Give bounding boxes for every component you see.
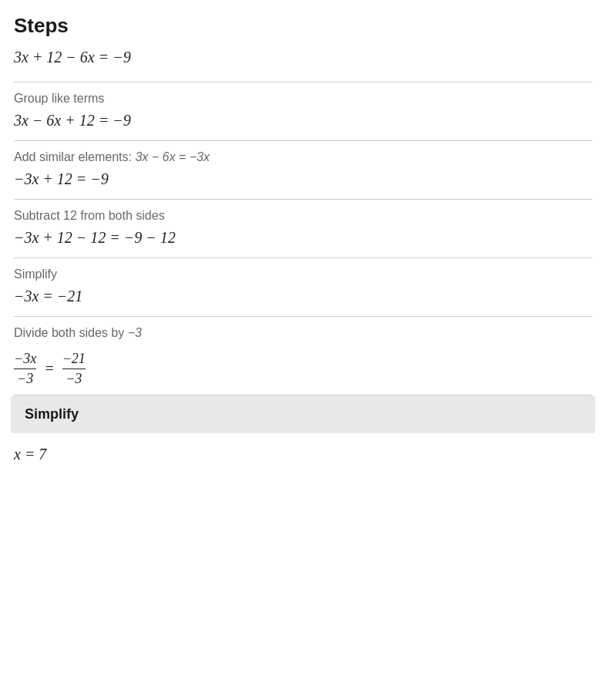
fraction-left-numerator: −3x bbox=[14, 351, 36, 369]
fraction-equals: = bbox=[44, 360, 55, 378]
step-equation-subtract: −3x + 12 − 12 = −9 − 12 bbox=[14, 229, 592, 247]
step-label-divide-highlight: −3 bbox=[128, 326, 142, 339]
fraction-right: −21 −3 bbox=[62, 351, 86, 387]
step-label-divide: Divide both sides by −3 bbox=[14, 326, 592, 340]
step-label-simplify-1: Simplify bbox=[14, 268, 592, 281]
step-label-group-like-terms: Group like terms bbox=[14, 92, 592, 106]
final-step-label: Simplify bbox=[25, 406, 581, 422]
step-add-similar-elements: Add similar elements: 3x − 6x = −3x −3x … bbox=[14, 141, 592, 199]
step-simplify-1: Simplify −3x = −21 bbox=[14, 258, 592, 316]
step-label-add-similar-text: Add similar elements: bbox=[14, 150, 135, 163]
page-title: Steps bbox=[14, 14, 592, 38]
final-answer: x = 7 bbox=[14, 443, 592, 463]
step-divide-both-sides: Divide both sides by −3 −3x −3 = −21 −3 bbox=[14, 317, 592, 395]
final-step-block: Simplify bbox=[11, 395, 595, 433]
fraction-right-numerator: −21 bbox=[62, 351, 86, 369]
step-equation-simplify-1: −3x = −21 bbox=[14, 288, 592, 305]
step-subtract-both-sides: Subtract 12 from both sides −3x + 12 − 1… bbox=[14, 200, 592, 257]
step-label-add-similar: Add similar elements: 3x − 6x = −3x bbox=[14, 150, 592, 164]
step-equation-group-like-terms: 3x − 6x + 12 = −9 bbox=[14, 112, 592, 130]
initial-equation: 3x + 12 − 6x = −9 bbox=[14, 49, 592, 74]
fraction-left: −3x −3 bbox=[14, 351, 36, 387]
step-label-subtract: Subtract 12 from both sides bbox=[14, 209, 592, 223]
fraction-right-denominator: −3 bbox=[66, 369, 82, 387]
step-label-add-similar-highlight: 3x − 6x = −3x bbox=[135, 150, 210, 163]
step-equation-divide: −3x −3 = −21 −3 bbox=[14, 351, 86, 387]
step-label-divide-text: Divide both sides by bbox=[14, 326, 128, 339]
fraction-left-denominator: −3 bbox=[17, 369, 33, 387]
step-equation-add-similar: −3x + 12 = −9 bbox=[14, 170, 592, 188]
step-group-like-terms: Group like terms 3x − 6x + 12 = −9 bbox=[14, 82, 592, 140]
